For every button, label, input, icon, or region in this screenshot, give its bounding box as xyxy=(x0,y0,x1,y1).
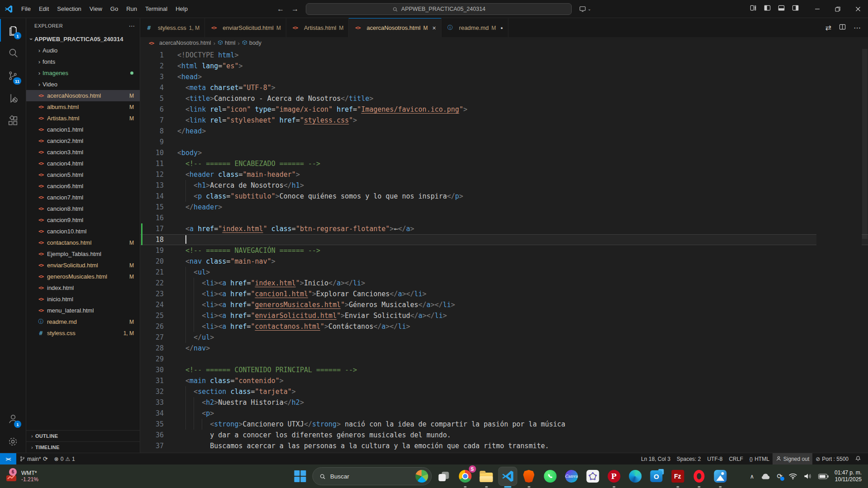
more-actions-icon[interactable]: ⋯ xyxy=(854,24,861,32)
code-line-26[interactable]: 26<li><a href="contactanos.html">Contáct… xyxy=(140,321,868,332)
status-cursor-position[interactable]: Ln 18, Col 3 xyxy=(638,453,674,464)
activity-search[interactable] xyxy=(0,42,26,64)
git-branch-item[interactable]: main* ⟳ xyxy=(16,453,51,464)
task-view-taskbar-button[interactable] xyxy=(435,467,453,485)
activity-settings[interactable] xyxy=(0,430,26,453)
photos-taskbar-button[interactable] xyxy=(711,467,729,485)
tree-file-enviarSolicitud.html[interactable]: <>enviarSolicitud.htmlM xyxy=(26,260,140,271)
vscode-taskbar-button[interactable] xyxy=(498,467,517,485)
tree-file-cancion8.html[interactable]: <>cancion8.html xyxy=(26,203,140,214)
opera-taskbar-button[interactable] xyxy=(690,467,708,485)
tree-file-cancion4.html[interactable]: <>cancion4.html xyxy=(26,158,140,169)
code-line-10[interactable]: 10<body> xyxy=(140,147,868,158)
tree-folder-fonts[interactable]: ›fonts xyxy=(26,56,140,67)
outlook-taskbar-button[interactable]: O xyxy=(647,467,665,485)
code-line-22[interactable]: 22<li><a href="index.html">Inicio</a></l… xyxy=(140,278,868,289)
battery-icon[interactable] xyxy=(818,474,829,479)
code-line-15[interactable]: 15</header> xyxy=(140,202,868,213)
status-live-server-port[interactable]: ⊘Port : 5500 xyxy=(812,453,852,464)
tree-file-cancion2.html[interactable]: <>cancion2.html xyxy=(26,135,140,147)
code-line-32[interactable]: 32<section class="tarjeta"> xyxy=(140,386,868,397)
copilot-menu-icon[interactable]: ⌄ xyxy=(579,5,591,13)
code-line-14[interactable]: 14<p class="subtitulo">Conoce quiénes so… xyxy=(140,191,868,202)
breadcrumb-item-html[interactable]: html xyxy=(218,40,236,47)
tree-file-cancion3.html[interactable]: <>cancion3.html xyxy=(26,147,140,158)
code-line-33[interactable]: 33<h2>Nuestra Historia</h2> xyxy=(140,397,868,408)
filezilla-taskbar-button[interactable]: Fz xyxy=(669,467,687,485)
taskbar-search[interactable]: Buscar xyxy=(312,467,432,485)
tree-file-styless.css[interactable]: #styless.css1, M xyxy=(26,327,140,339)
tree-file-cancion10.html[interactable]: <>cancion10.html xyxy=(26,226,140,237)
sync-changes-icon[interactable]: ⟳ xyxy=(43,455,48,462)
code-line-21[interactable]: 21<ul> xyxy=(140,267,868,278)
status-indentation[interactable]: Spaces: 2 xyxy=(674,453,704,464)
clock[interactable]: 01:47 p. m. 10/11/2025 xyxy=(835,469,862,483)
tab-acercaNosotros.html[interactable]: <>acercaNosotros.htmlM× xyxy=(349,18,441,37)
code-line-7[interactable]: 7<link rel="stylesheet" href="styless.cs… xyxy=(140,115,868,126)
tree-folder-Video[interactable]: ›Video xyxy=(26,79,140,90)
code-line-12[interactable]: 12<header class="main-header"> xyxy=(140,169,868,180)
problems-item[interactable]: ⊗ 0 ⚠ 1 xyxy=(51,453,78,464)
tree-folder-Imagenes[interactable]: ›Imagenes xyxy=(26,67,140,79)
code-line-18[interactable]: 18 xyxy=(140,234,868,245)
onedrive-icon[interactable] xyxy=(760,473,771,480)
explorer-more-actions-icon[interactable]: ⋯ xyxy=(129,22,135,29)
code-line-13[interactable]: 13<h1>Acerca de Nosotros</h1> xyxy=(140,180,868,191)
code-line-4[interactable]: 4<meta charset="UTF-8"> xyxy=(140,82,868,93)
activity-source-control[interactable]: 11 xyxy=(0,64,26,87)
tree-file-Artistas.html[interactable]: <>Artistas.htmlM xyxy=(26,113,140,124)
tab-Artistas.html[interactable]: <>Artistas.htmlM xyxy=(286,18,349,37)
outline-section[interactable]: › OUTLINE xyxy=(26,430,140,441)
start-button[interactable] xyxy=(291,467,309,485)
code-line-16[interactable]: 16 xyxy=(140,213,868,223)
tab-readme.md[interactable]: ⓘreadme.mdM● xyxy=(441,18,508,37)
vertical-scrollbar[interactable] xyxy=(862,49,868,453)
tree-file-cancion5.html[interactable]: <>cancion5.html xyxy=(26,169,140,180)
navigate-back-icon[interactable]: ← xyxy=(277,5,284,13)
tree-file-cancion9.html[interactable]: <>cancion9.html xyxy=(26,214,140,226)
edge-taskbar-button[interactable] xyxy=(626,467,644,485)
tree-file-cancion7.html[interactable]: <>cancion7.html xyxy=(26,192,140,203)
code-line-5[interactable]: 5<title>Cancionero - Acerca de Nosotros<… xyxy=(140,93,868,104)
code-line-19[interactable]: 19<!-- ====== NAVEGACIÓN ====== --> xyxy=(140,245,868,256)
code-line-1[interactable]: 1<!DOCTYPE html> xyxy=(140,50,868,61)
code-line-27[interactable]: 27</ul> xyxy=(140,332,868,343)
status-notifications[interactable] xyxy=(852,453,864,464)
volume-icon[interactable] xyxy=(803,473,812,480)
canva-taskbar-button[interactable]: Canva xyxy=(562,467,580,485)
stock-widget[interactable]: 6 WMT* -1.21% xyxy=(0,470,38,483)
code-line-8[interactable]: 8</head> xyxy=(140,126,868,137)
open-changes-icon[interactable]: ⇄ xyxy=(825,24,831,32)
minimap[interactable] xyxy=(816,49,862,453)
tree-file-Ejemplo_Tablas.html[interactable]: <>Ejemplo_Tablas.html xyxy=(26,248,140,260)
code-line-35[interactable]: 35<strong>Cancionero UTXJ</strong> nació… xyxy=(140,419,868,430)
code-line-30[interactable]: 30<!-- ====== CONTENIDO PRINCIPAL ======… xyxy=(140,365,868,375)
code-line-28[interactable]: 28</nav> xyxy=(140,343,868,354)
tree-file-readme.md[interactable]: ⓘreadme.mdM xyxy=(26,316,140,327)
tree-folder-Audio[interactable]: ›Audio xyxy=(26,45,140,56)
code-line-24[interactable]: 24<li><a href="generosMusicales.html">Gé… xyxy=(140,299,868,310)
tree-file-index.html[interactable]: <>index.html xyxy=(26,282,140,294)
code-line-9[interactable]: 9 xyxy=(140,137,868,147)
code-line-20[interactable]: 20<nav class="main-nav"> xyxy=(140,256,868,267)
tab-enviarSolicitud.html[interactable]: <>enviarSolicitud.htmlM xyxy=(205,18,286,37)
navigate-forward-icon[interactable]: → xyxy=(291,5,299,13)
code-line-37[interactable]: 37 Buscamos acercar a las personas a la … xyxy=(140,441,868,451)
geogebra-taskbar-button[interactable] xyxy=(583,467,602,485)
code-line-11[interactable]: 11<!-- ====== ENCABEZADO ====== --> xyxy=(140,158,868,169)
tab-styless.css[interactable]: #styless.css1, M xyxy=(140,18,205,37)
close-icon[interactable]: × xyxy=(432,24,436,32)
tree-file-acercaNosotros.html[interactable]: <>acercaNosotros.htmlM xyxy=(26,90,140,101)
tree-file-contactanos.html[interactable]: <>contactanos.htmlM xyxy=(26,237,140,248)
tree-file-inicio.html[interactable]: <>inicio.html xyxy=(26,294,140,305)
split-editor-icon[interactable] xyxy=(839,24,846,32)
status-signed-out[interactable]: Signed out xyxy=(773,453,812,464)
breadcrumb[interactable]: <>acercaNosotros.html›html›body xyxy=(140,37,868,49)
status-eol[interactable]: CRLF xyxy=(726,453,746,464)
code-line-31[interactable]: 31<main class="contenido"> xyxy=(140,375,868,386)
code-line-2[interactable]: 2<html lang="es"> xyxy=(140,61,868,71)
code-line-36[interactable]: 36 y dar a conocer los diferentes género… xyxy=(140,430,868,441)
code-line-25[interactable]: 25<li><a href="enviarSolicitud.html">Env… xyxy=(140,310,868,321)
code-line-3[interactable]: 3<head> xyxy=(140,71,868,82)
code-editor[interactable]: 1<!DOCTYPE html>2<html lang="es">3<head>… xyxy=(140,49,868,453)
